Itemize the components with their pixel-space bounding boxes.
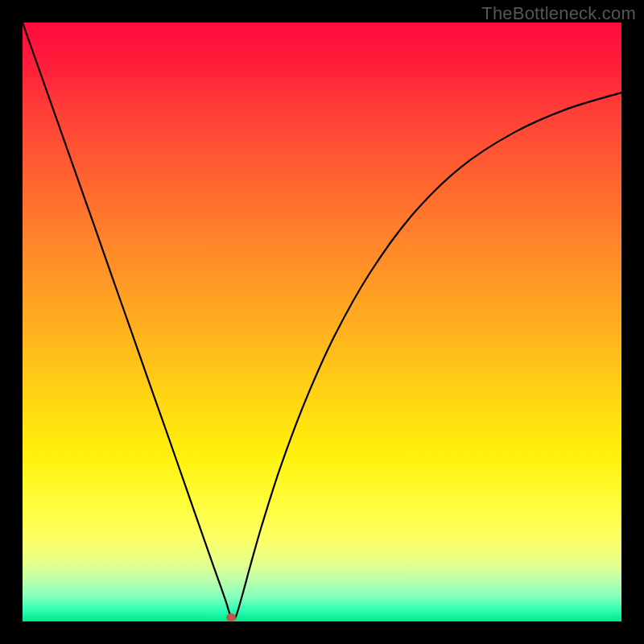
bottleneck-curve	[23, 23, 621, 621]
minimum-marker	[226, 613, 236, 621]
chart-frame: TheBottleneck.com	[0, 0, 644, 644]
plot-area	[23, 23, 621, 621]
watermark-text: TheBottleneck.com	[481, 3, 636, 24]
